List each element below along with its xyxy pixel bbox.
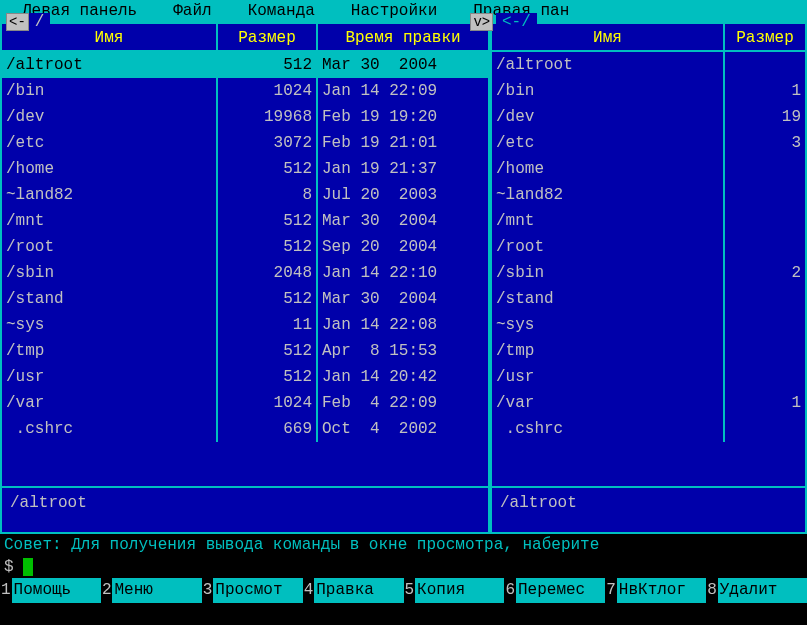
file-name: /etc [2, 130, 218, 156]
file-row[interactable]: /tmp [492, 338, 805, 364]
file-name: /sbin [2, 260, 218, 286]
file-row[interactable]: /var1024Feb 4 22:09 [2, 390, 488, 416]
nav-back-button[interactable]: <- [6, 13, 29, 31]
file-row[interactable]: /etc3072Feb 19 21:01 [2, 130, 488, 156]
file-row[interactable]: /var1 [492, 390, 805, 416]
file-row[interactable]: /dev19 [492, 104, 805, 130]
file-mtime: Jan 14 20:42 [318, 364, 488, 390]
left-panel-footer: /altroot [2, 486, 488, 532]
file-size: 512 [218, 52, 318, 78]
fkey-f7[interactable]: 7НвКтлог [605, 578, 706, 603]
file-name: /bin [492, 78, 725, 104]
left-panel-path: / [29, 13, 51, 31]
file-mtime: Jan 14 22:08 [318, 312, 488, 338]
fkey-f3[interactable]: 3Просмот [202, 578, 303, 603]
file-row[interactable]: /sbin2048Jan 14 22:10 [2, 260, 488, 286]
fkey-label: НвКтлог [617, 578, 706, 603]
fkey-label: Удалит [718, 578, 807, 603]
left-file-list[interactable]: /altroot512Mar 30 2004/bin1024Jan 14 22:… [2, 52, 488, 486]
file-row[interactable]: /altroot512Mar 30 2004 [2, 52, 488, 78]
file-name: /root [492, 234, 725, 260]
fkey-number: 1 [0, 578, 12, 603]
file-name: ~land82 [492, 182, 725, 208]
fkey-f8[interactable]: 8Удалит [706, 578, 807, 603]
file-row[interactable]: /root [492, 234, 805, 260]
file-row[interactable]: /bin1024Jan 14 22:09 [2, 78, 488, 104]
file-name: /home [492, 156, 725, 182]
right-file-list[interactable]: /altroot/bin1/dev19/etc3/home~land82/mnt… [492, 52, 805, 486]
file-size [725, 312, 805, 338]
file-row[interactable]: ~land82 [492, 182, 805, 208]
file-name: /var [2, 390, 218, 416]
file-row[interactable]: /bin1 [492, 78, 805, 104]
file-size: 512 [218, 364, 318, 390]
command-prompt[interactable]: $ [0, 556, 807, 578]
right-selected-name: /altroot [500, 494, 577, 512]
function-keys: 1Помощь2Меню3Просмот4Правка5Копия6Переме… [0, 578, 807, 603]
file-row[interactable]: /mnt [492, 208, 805, 234]
file-size: 1024 [218, 390, 318, 416]
file-row[interactable]: /stand [492, 286, 805, 312]
file-mtime: Mar 30 2004 [318, 208, 488, 234]
file-size [725, 52, 805, 78]
file-name: ~land82 [2, 182, 218, 208]
fkey-f2[interactable]: 2Меню [101, 578, 202, 603]
right-path-bar: <-/ [496, 11, 537, 33]
file-row[interactable]: /etc3 [492, 130, 805, 156]
file-row[interactable]: .cshrc669Oct 4 2002 [2, 416, 488, 442]
file-size: 1 [725, 390, 805, 416]
file-mtime: Jul 20 2003 [318, 182, 488, 208]
file-size: 3072 [218, 130, 318, 156]
fkey-number: 7 [605, 578, 617, 603]
file-size: 512 [218, 208, 318, 234]
file-size [725, 338, 805, 364]
file-name: /root [2, 234, 218, 260]
file-row[interactable]: /home512Jan 19 21:37 [2, 156, 488, 182]
fkey-f6[interactable]: 6Перемес [504, 578, 605, 603]
file-size [725, 208, 805, 234]
file-row[interactable]: /mnt512Mar 30 2004 [2, 208, 488, 234]
left-selected-name: /altroot [10, 494, 87, 512]
file-row[interactable]: /usr512Jan 14 20:42 [2, 364, 488, 390]
file-mtime: Feb 19 21:01 [318, 130, 488, 156]
file-row[interactable]: /root512Sep 20 2004 [2, 234, 488, 260]
file-row[interactable]: ~land828Jul 20 2003 [2, 182, 488, 208]
file-name: /tmp [492, 338, 725, 364]
fkey-label: Меню [112, 578, 201, 603]
file-size: 2048 [218, 260, 318, 286]
file-mtime: Jan 19 21:37 [318, 156, 488, 182]
file-row[interactable]: /altroot [492, 52, 805, 78]
file-mtime: Sep 20 2004 [318, 234, 488, 260]
file-row[interactable]: /usr [492, 364, 805, 390]
file-name: /mnt [492, 208, 725, 234]
fkey-f5[interactable]: 5Копия [404, 578, 505, 603]
file-size: 8 [218, 182, 318, 208]
col-header-size[interactable]: Размер [725, 24, 805, 50]
file-size [725, 182, 805, 208]
file-row[interactable]: /stand512Mar 30 2004 [2, 286, 488, 312]
file-row[interactable]: /dev19968Feb 19 19:20 [2, 104, 488, 130]
file-row[interactable]: /tmp512Apr 8 15:53 [2, 338, 488, 364]
file-name: /var [492, 390, 725, 416]
file-row[interactable]: ~sys [492, 312, 805, 338]
file-row[interactable]: .cshrc [492, 416, 805, 442]
file-row[interactable]: ~sys11Jan 14 22:08 [2, 312, 488, 338]
file-row[interactable]: /home [492, 156, 805, 182]
file-size: 512 [218, 286, 318, 312]
file-size: 19968 [218, 104, 318, 130]
fkey-f4[interactable]: 4Правка [303, 578, 404, 603]
nav-dropdown-button[interactable]: v> [470, 13, 493, 31]
file-mtime: Mar 30 2004 [318, 286, 488, 312]
file-size: 512 [218, 338, 318, 364]
file-name: .cshrc [492, 416, 725, 442]
file-size: 1 [725, 78, 805, 104]
fkey-label: Просмот [213, 578, 302, 603]
file-name: /dev [492, 104, 725, 130]
file-name: /mnt [2, 208, 218, 234]
file-mtime: Apr 8 15:53 [318, 338, 488, 364]
file-size: 19 [725, 104, 805, 130]
fkey-f1[interactable]: 1Помощь [0, 578, 101, 603]
file-name: /usr [2, 364, 218, 390]
file-row[interactable]: /sbin2 [492, 260, 805, 286]
file-name: ~sys [492, 312, 725, 338]
